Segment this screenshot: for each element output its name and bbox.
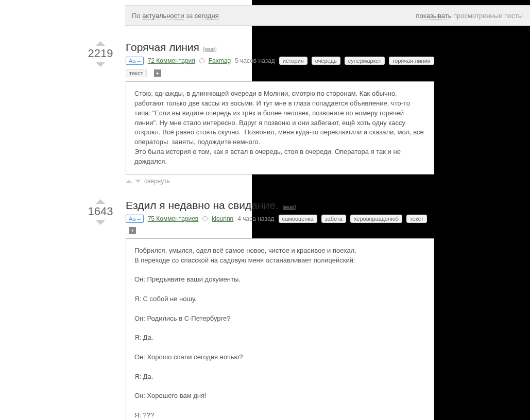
tag[interactable]: забота <box>321 215 346 223</box>
text-size-button[interactable]: Aa – <box>126 215 144 223</box>
sort-bar: По актуальности за сегодня показывать пр… <box>125 5 530 26</box>
text-size-button[interactable]: Aa – <box>126 57 144 65</box>
collapse-label[interactable]: свернуть <box>144 178 170 185</box>
upvote-icon[interactable] <box>96 41 105 46</box>
sort-mode-link[interactable]: актуальности <box>142 12 184 20</box>
post-score: 2219 <box>82 47 118 60</box>
sort-controls: По актуальности за сегодня <box>132 12 219 20</box>
tag[interactable]: самооценка <box>279 215 317 223</box>
author-link[interactable]: klounnn <box>212 215 233 222</box>
tag[interactable]: очередь <box>312 57 340 65</box>
tag[interactable]: история <box>279 57 307 65</box>
vote-column: 2219 <box>82 41 118 67</box>
post: 1643 Ездил я недавно на свидание. [моё] … <box>0 199 530 420</box>
post: 2219 Горячая линия [моё] Aa – 72 Коммент… <box>0 41 530 185</box>
downvote-icon[interactable] <box>96 220 105 225</box>
collapse-row: свернуть <box>126 178 434 185</box>
downvote-icon[interactable] <box>96 62 105 67</box>
tag[interactable]: херовправдолюб <box>350 215 402 223</box>
tag[interactable]: супермаркет <box>345 57 385 65</box>
author-link[interactable]: Faxmag <box>209 57 231 64</box>
user-icon <box>202 216 208 221</box>
my-tag[interactable]: [моё] <box>203 46 217 52</box>
show-link[interactable]: показывать <box>416 12 451 20</box>
post-title[interactable]: Ездил я недавно на свидание. <box>126 199 279 211</box>
sort-prefix: По <box>132 12 142 20</box>
period-prefix: за <box>184 12 194 20</box>
tag[interactable]: горячая линия <box>389 57 434 65</box>
comments-link[interactable]: 75 Комментариев <box>148 215 199 222</box>
upvote-icon[interactable] <box>96 199 105 204</box>
my-tag[interactable]: [моё] <box>282 204 296 210</box>
period-link[interactable]: сегодня <box>195 12 219 20</box>
user-icon <box>199 58 204 63</box>
tag[interactable]: текст <box>406 215 428 223</box>
tag[interactable]: текст <box>126 69 147 77</box>
post-title[interactable]: Горячая линия <box>126 41 199 53</box>
post-content: Побрился, умылся, одел всё самое новое, … <box>126 238 434 420</box>
show-suffix: просмотренные посты <box>451 12 523 20</box>
add-tag-button[interactable]: + <box>154 69 161 77</box>
post-time: 4 часа назад <box>237 215 274 222</box>
collapse-up-icon[interactable] <box>126 180 132 183</box>
show-viewed-toggle: показывать просмотренные посты <box>416 12 523 20</box>
post-feed: 2219 Горячая линия [моё] Aa – 72 Коммент… <box>0 41 530 420</box>
post-content: Стою, однажды, в длиннющей очереди в Мол… <box>126 81 434 174</box>
post-time: 5 часов назад <box>235 57 275 64</box>
vote-column: 1643 <box>82 199 118 225</box>
post-meta: Aa – 72 Комментария Faxmag 5 часов назад… <box>126 57 434 77</box>
post-meta: Aa – 75 Комментариев klounnn 4 часа наза… <box>126 215 434 234</box>
post-score: 1643 <box>82 205 118 218</box>
collapse-down-icon[interactable] <box>135 180 141 183</box>
add-tag-button[interactable]: + <box>129 227 136 234</box>
comments-link[interactable]: 72 Комментария <box>148 57 195 64</box>
